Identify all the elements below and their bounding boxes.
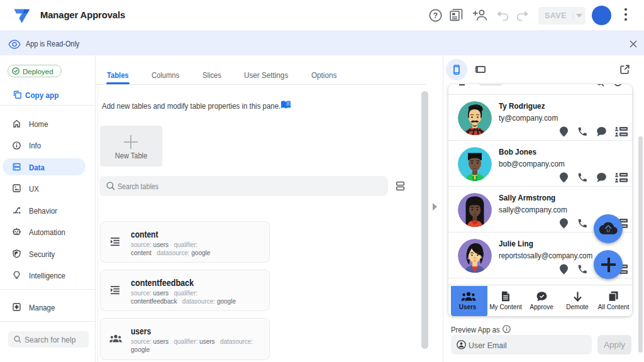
svg-text:?: ? (433, 11, 438, 20)
